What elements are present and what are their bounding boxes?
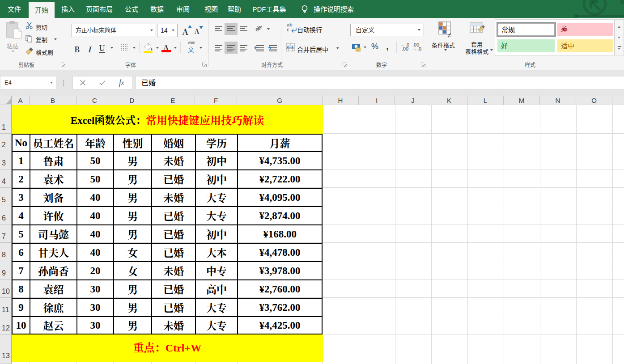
svg-text:≠: ≠ [447, 31, 451, 39]
